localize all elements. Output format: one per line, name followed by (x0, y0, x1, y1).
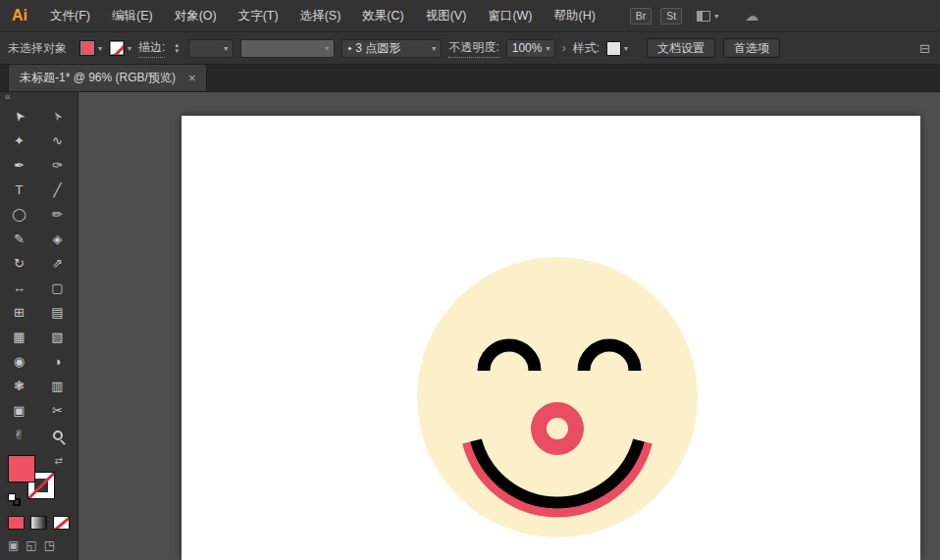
document-setup-button[interactable]: 文档设置 (647, 38, 715, 58)
fill-indicator-swatch[interactable] (8, 455, 35, 483)
draw-normal-icon[interactable]: ▣ (8, 538, 19, 552)
stroke-weight-stepper[interactable]: ▴ ▾ (172, 42, 182, 54)
eyedropper-tool[interactable]: ◉ (0, 349, 38, 374)
magic-wand-tool-icon: ✦ (14, 133, 25, 148)
free-transform-tool[interactable]: ▢ (38, 276, 77, 300)
opacity-flyout-chevron[interactable]: › (562, 41, 566, 55)
lasso-tool[interactable]: ∿ (38, 128, 77, 153)
collapse-panel-icon: « (5, 91, 10, 102)
menu-type[interactable]: 文字(T) (228, 0, 289, 32)
line-segment-tool[interactable]: ╱ (38, 178, 77, 202)
collapse-panels-icon[interactable]: ⊟ (919, 41, 932, 56)
document-tab[interactable]: 未标题-1* @ 96% (RGB/预览) × (8, 64, 207, 91)
preferences-button[interactable]: 首选项 (723, 38, 780, 58)
bridge-button[interactable]: Br (630, 8, 653, 25)
cs-live-icon[interactable]: ☁ (745, 8, 758, 24)
rotate-tool[interactable]: ↻ (0, 251, 38, 276)
slice-tool-icon: ✂ (52, 403, 63, 418)
opacity-value: 100% (512, 41, 543, 55)
gradient-tool[interactable]: ▧ (38, 325, 77, 349)
paintbrush-tool[interactable]: ✏ (38, 202, 77, 227)
style-picker[interactable]: ▾ (606, 41, 628, 56)
symbol-sprayer-tool[interactable]: ❃ (0, 374, 38, 398)
ellipse-tool-icon: ◯ (12, 207, 26, 222)
opacity-combo[interactable]: 100% ▾ (506, 39, 555, 58)
selection-tool[interactable]: ➤ (0, 104, 38, 128)
mesh-tool[interactable]: ▦ (0, 325, 38, 349)
stroke-weight-combo[interactable]: ▾ (188, 39, 234, 58)
mesh-tool-icon: ▦ (13, 330, 25, 344)
menu-window[interactable]: 窗口(W) (477, 0, 543, 32)
menu-file[interactable]: 文件(F) (39, 0, 101, 32)
artboard[interactable] (182, 116, 920, 560)
magic-wand-tool[interactable]: ✦ (0, 128, 38, 153)
menu-view[interactable]: 视图(V) (415, 0, 478, 32)
draw-behind-icon[interactable]: ◱ (26, 538, 36, 552)
gradient-tool-icon: ▧ (51, 330, 63, 344)
shape-builder-tool[interactable]: ⊞ (0, 300, 38, 325)
eraser-tool-icon: ◈ (53, 231, 63, 246)
fill-color-picker[interactable]: ▾ (79, 40, 102, 56)
width-profile-combo[interactable]: ▾ (240, 39, 335, 58)
column-graph-tool-icon: ▥ (51, 379, 63, 393)
swap-fill-stroke-icon[interactable]: ⇄ (55, 455, 63, 466)
blend-tool[interactable]: ◑ (38, 349, 77, 374)
menu-bar: Ai 文件(F) 编辑(E) 对象(O) 文字(T) 选择(S) 效果(C) 视… (0, 0, 940, 32)
direct-selection-tool[interactable]: ➢ (38, 104, 77, 128)
default-fill-stroke-icon[interactable] (8, 493, 21, 506)
workspace-switcher[interactable]: ▾ (697, 11, 718, 22)
menu-effect[interactable]: 效果(C) (351, 0, 414, 32)
menu-object[interactable]: 对象(O) (164, 0, 228, 32)
fill-stroke-widget: ⇄ (8, 455, 65, 504)
direct-selection-tool-icon: ➢ (48, 108, 67, 126)
chevron-down-icon: ▾ (128, 44, 131, 53)
stock-button[interactable]: St (660, 8, 682, 25)
type-tool-icon: T (16, 182, 24, 197)
chevron-down-icon: ▾ (432, 44, 436, 53)
opacity-panel-link[interactable]: 不透明度: (448, 39, 498, 58)
chevron-down-icon: ▾ (224, 44, 228, 53)
draw-inside-icon[interactable]: ◳ (44, 538, 55, 552)
artboard-tool-icon: ▣ (13, 403, 25, 418)
type-tool[interactable]: T (0, 178, 38, 202)
perspective-grid-tool-icon: ▤ (51, 305, 63, 320)
column-graph-tool[interactable]: ▥ (38, 374, 77, 398)
stroke-color-picker[interactable]: ▾ (109, 40, 131, 56)
close-icon[interactable]: × (188, 72, 196, 84)
tools-panel: « ➤ ➢ ✦ ∿ ✒ ✑ T ╱ ◯ ✏ ✎ ◈ ↻ ⇗ ↔ ▢ ⊞ ▤ ▦ … (0, 92, 78, 560)
rotate-tool-icon: ↻ (14, 256, 25, 271)
stroke-panel-link[interactable]: 描边: (138, 39, 165, 58)
brush-definition-combo[interactable]: • 3 点圆形 ▾ (341, 39, 442, 58)
selection-status: 未选择对象 (8, 40, 67, 57)
pencil-tool[interactable]: ✎ (0, 227, 38, 251)
hand-tool[interactable]: ✌ (0, 423, 38, 447)
perspective-grid-tool[interactable]: ▤ (38, 300, 77, 325)
curvature-tool[interactable]: ✑ (38, 153, 77, 178)
width-tool-icon: ↔ (13, 280, 26, 295)
zoom-tool-icon (53, 431, 63, 440)
color-button[interactable] (8, 516, 25, 530)
eraser-tool[interactable]: ◈ (38, 227, 77, 251)
canvas-area[interactable] (78, 92, 940, 560)
menu-help[interactable]: 帮助(H) (544, 0, 606, 32)
width-tool[interactable]: ↔ (0, 276, 38, 300)
pen-tool[interactable]: ✒ (0, 153, 38, 178)
tools-panel-header[interactable]: « (0, 92, 78, 104)
gradient-button[interactable] (30, 516, 47, 530)
zoom-tool[interactable] (38, 423, 77, 447)
none-button[interactable] (53, 516, 70, 530)
document-tab-bar: 未标题-1* @ 96% (RGB/预览) × (0, 65, 940, 92)
ellipse-tool[interactable]: ◯ (0, 202, 38, 227)
tool-grid: ➤ ➢ ✦ ∿ ✒ ✑ T ╱ ◯ ✏ ✎ ◈ ↻ ⇗ ↔ ▢ ⊞ ▤ ▦ ▧ … (0, 104, 77, 447)
menu-edit[interactable]: 编辑(E) (101, 0, 164, 32)
blend-tool-icon: ◑ (54, 354, 62, 369)
scale-tool[interactable]: ⇗ (38, 251, 77, 276)
selection-tool-icon: ➤ (10, 108, 28, 126)
brush-preview-icon: • (347, 42, 351, 54)
face-circle[interactable] (417, 257, 698, 537)
artboard-tool[interactable]: ▣ (0, 398, 38, 423)
menu-select[interactable]: 选择(S) (289, 0, 352, 32)
pencil-tool-icon: ✎ (14, 231, 25, 246)
nose-inner-circle[interactable] (547, 418, 568, 439)
slice-tool[interactable]: ✂ (38, 398, 77, 423)
